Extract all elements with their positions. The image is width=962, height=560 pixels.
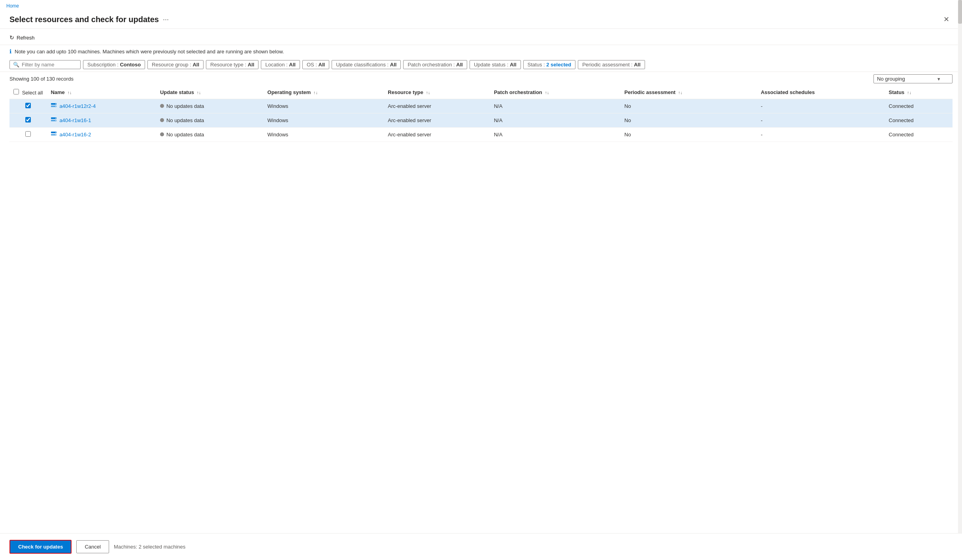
row-checkbox[interactable] bbox=[25, 103, 31, 108]
update-class-filter-value: All bbox=[390, 62, 397, 68]
row-checkbox-cell bbox=[9, 113, 47, 128]
row-name-cell: a404-r1w16-2 bbox=[47, 128, 156, 142]
server-icon bbox=[51, 102, 57, 110]
refresh-button[interactable]: ↻ Refresh bbox=[9, 33, 38, 42]
row-periodic-assess-cell: No bbox=[621, 113, 757, 128]
row-update-status-cell: No updates data bbox=[156, 113, 264, 128]
footer-bar: Check for updates Cancel Machines: 2 sel… bbox=[0, 533, 962, 560]
filter-periodic-assessment[interactable]: Periodic assessment : All bbox=[578, 60, 645, 69]
check-for-updates-button[interactable]: Check for updates bbox=[9, 540, 72, 554]
row-patch-orch-cell: N/A bbox=[490, 113, 621, 128]
subscription-filter-value: Contoso bbox=[120, 62, 141, 68]
col-header-name: Name ↑↓ bbox=[47, 86, 156, 99]
col-os-sort-icon[interactable]: ↑↓ bbox=[313, 90, 318, 95]
scrollbar-thumb[interactable] bbox=[958, 0, 962, 24]
col-resource-type-sort-icon[interactable]: ↑↓ bbox=[426, 90, 430, 95]
dialog-header: Select resources and check for updates ·… bbox=[0, 10, 962, 29]
resources-table: Select all Name ↑↓ Update status ↑↓ Oper… bbox=[9, 86, 953, 142]
filter-subscription[interactable]: Subscription : Contoso bbox=[83, 60, 145, 69]
col-patch-orch-sort-icon[interactable]: ↑↓ bbox=[545, 90, 549, 95]
row-periodic-assess-cell: No bbox=[621, 99, 757, 113]
row-assoc-schedules-cell: - bbox=[757, 128, 885, 142]
row-status-cell: Connected bbox=[885, 99, 953, 113]
col-os-label: Operating system bbox=[268, 89, 311, 95]
update-status-filter-label: Update status : bbox=[474, 62, 510, 68]
col-update-status-label: Update status bbox=[160, 89, 194, 95]
table-row: a404-r1w16-2No updates dataWindowsArc-en… bbox=[9, 128, 953, 142]
row-name-link[interactable]: a404-r1w16-2 bbox=[51, 131, 152, 138]
footer-machines-info: Machines: 2 selected machines bbox=[114, 544, 185, 550]
col-status-sort-icon[interactable]: ↑↓ bbox=[907, 90, 911, 95]
col-update-status-sort-icon[interactable]: ↑↓ bbox=[197, 90, 201, 95]
filter-status[interactable]: Status : 2 selected bbox=[523, 60, 576, 69]
search-box[interactable]: 🔍 bbox=[9, 60, 81, 69]
subscription-filter-label: Subscription : bbox=[87, 62, 120, 68]
resource-group-filter-label: Resource group : bbox=[152, 62, 192, 68]
filter-resource-group[interactable]: Resource group : All bbox=[147, 60, 204, 69]
row-patch-orch-cell: N/A bbox=[490, 128, 621, 142]
row-name-link[interactable]: a404-r1w12r2-4 bbox=[51, 102, 152, 110]
col-name-label: Name bbox=[51, 89, 64, 95]
search-input[interactable] bbox=[22, 62, 77, 68]
resource-type-filter-label: Resource type : bbox=[210, 62, 248, 68]
dialog-title: Select resources and check for updates bbox=[9, 15, 159, 24]
col-header-periodic-assess: Periodic assessment ↑↓ bbox=[621, 86, 757, 99]
col-patch-orch-label: Patch orchestration bbox=[494, 89, 542, 95]
row-update-status-cell: No updates data bbox=[156, 128, 264, 142]
col-periodic-assess-sort-icon[interactable]: ↑↓ bbox=[678, 90, 683, 95]
grouping-label: No grouping bbox=[877, 76, 905, 82]
row-update-status-text: No updates data bbox=[166, 132, 204, 138]
row-name-text: a404-r1w16-2 bbox=[59, 132, 91, 138]
info-icon: ℹ bbox=[9, 48, 11, 55]
patch-orch-filter-label: Patch orchestration : bbox=[407, 62, 456, 68]
row-checkbox[interactable] bbox=[25, 131, 31, 137]
close-button[interactable]: ✕ bbox=[940, 13, 953, 25]
cancel-button[interactable]: Cancel bbox=[76, 540, 109, 553]
filter-update-status[interactable]: Update status : All bbox=[470, 60, 521, 69]
row-checkbox-cell bbox=[9, 128, 47, 142]
status-filter-label: Status : bbox=[528, 62, 547, 68]
row-checkbox[interactable] bbox=[25, 117, 31, 123]
breadcrumb-home-link[interactable]: Home bbox=[6, 3, 19, 9]
select-all-checkbox[interactable] bbox=[13, 89, 19, 94]
table-row: a404-r1w12r2-4No updates dataWindowsArc-… bbox=[9, 99, 953, 113]
col-header-os: Operating system ↑↓ bbox=[264, 86, 384, 99]
col-periodic-assess-label: Periodic assessment bbox=[624, 89, 675, 95]
row-update-status-text: No updates data bbox=[166, 117, 204, 123]
resource-group-filter-value: All bbox=[192, 62, 199, 68]
info-bar: ℹ Note you can add upto 100 machines. Ma… bbox=[0, 45, 962, 58]
col-name-sort-icon[interactable]: ↑↓ bbox=[67, 90, 72, 95]
row-name-text: a404-r1w12r2-4 bbox=[59, 103, 96, 109]
row-name-link[interactable]: a404-r1w16-1 bbox=[51, 117, 152, 124]
col-header-assoc-schedules: Associated schedules bbox=[757, 86, 885, 99]
filters-bar: 🔍 Subscription : Contoso Resource group … bbox=[0, 58, 962, 72]
col-resource-type-label: Resource type bbox=[388, 89, 423, 95]
filter-update-classifications[interactable]: Update classifications : All bbox=[332, 60, 401, 69]
filter-patch-orchestration[interactable]: Patch orchestration : All bbox=[403, 60, 467, 69]
row-update-status-cell: No updates data bbox=[156, 99, 264, 113]
row-periodic-assess-cell: No bbox=[621, 128, 757, 142]
filter-os[interactable]: OS : All bbox=[302, 60, 329, 69]
table-row: a404-r1w16-1No updates dataWindowsArc-en… bbox=[9, 113, 953, 128]
more-options-icon[interactable]: ··· bbox=[163, 15, 169, 24]
svg-point-7 bbox=[55, 120, 56, 121]
info-message: Note you can add upto 100 machines. Mach… bbox=[15, 49, 284, 55]
filter-location[interactable]: Location : All bbox=[261, 60, 300, 69]
scrollbar-track[interactable] bbox=[958, 0, 962, 560]
chevron-down-icon: ▼ bbox=[937, 77, 941, 81]
records-bar: Showing 100 of 130 records No grouping ▼ bbox=[0, 72, 962, 86]
update-status-filter-value: All bbox=[510, 62, 517, 68]
row-name-cell: a404-r1w12r2-4 bbox=[47, 99, 156, 113]
refresh-label: Refresh bbox=[17, 35, 35, 41]
location-filter-value: All bbox=[289, 62, 296, 68]
toolbar: ↻ Refresh bbox=[0, 29, 962, 45]
row-update-status-text: No updates data bbox=[166, 103, 204, 109]
row-os-cell: Windows bbox=[264, 128, 384, 142]
row-assoc-schedules-cell: - bbox=[757, 113, 885, 128]
row-checkbox-cell bbox=[9, 99, 47, 113]
grouping-select[interactable]: No grouping ▼ bbox=[873, 74, 953, 83]
filter-resource-type[interactable]: Resource type : All bbox=[206, 60, 258, 69]
row-status-cell: Connected bbox=[885, 113, 953, 128]
server-icon bbox=[51, 131, 57, 138]
row-name-cell: a404-r1w16-1 bbox=[47, 113, 156, 128]
